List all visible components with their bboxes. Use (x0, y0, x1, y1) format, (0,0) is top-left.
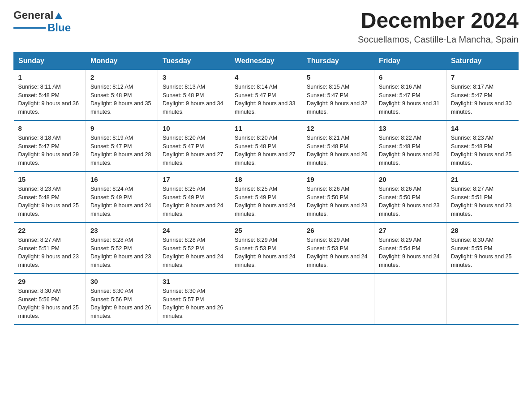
day-number: 29 (18, 278, 82, 285)
calendar-day-cell: 27 Sunrise: 8:29 AM Sunset: 5:54 PM Dayl… (374, 223, 446, 274)
day-info: Sunrise: 8:28 AM Sunset: 5:52 PM Dayligh… (163, 236, 225, 270)
weekday-header-row: Sunday Monday Tuesday Wednesday Thursday… (14, 52, 519, 69)
day-info: Sunrise: 8:22 AM Sunset: 5:48 PM Dayligh… (379, 134, 442, 167)
svg-marker-0 (55, 13, 62, 19)
calendar-day-cell: 15 Sunrise: 8:23 AM Sunset: 5:48 PM Dayl… (14, 171, 86, 223)
calendar-day-cell: 1 Sunrise: 8:11 AM Sunset: 5:48 PM Dayli… (14, 69, 86, 120)
day-number: 14 (451, 124, 514, 132)
calendar-day-cell (374, 274, 446, 325)
day-info: Sunrise: 8:30 AM Sunset: 5:56 PM Dayligh… (18, 287, 82, 321)
day-info: Sunrise: 8:17 AM Sunset: 5:47 PM Dayligh… (451, 83, 514, 116)
day-number: 20 (379, 176, 442, 183)
calendar-day-cell (446, 274, 519, 325)
day-info: Sunrise: 8:27 AM Sunset: 5:51 PM Dayligh… (451, 185, 514, 218)
day-number: 30 (90, 278, 153, 285)
calendar-day-cell: 28 Sunrise: 8:30 AM Sunset: 5:55 PM Dayl… (446, 223, 519, 274)
day-number: 9 (90, 124, 153, 132)
calendar-day-cell: 9 Sunrise: 8:19 AM Sunset: 5:47 PM Dayli… (86, 120, 158, 171)
day-number: 1 (18, 73, 82, 81)
calendar-day-cell: 21 Sunrise: 8:27 AM Sunset: 5:51 PM Dayl… (446, 171, 519, 223)
calendar-day-cell: 23 Sunrise: 8:28 AM Sunset: 5:52 PM Dayl… (86, 223, 158, 274)
day-number: 8 (18, 124, 82, 132)
calendar-day-cell (302, 274, 374, 325)
day-info: Sunrise: 8:29 AM Sunset: 5:53 PM Dayligh… (235, 236, 297, 270)
calendar-week-row: 1 Sunrise: 8:11 AM Sunset: 5:48 PM Dayli… (14, 69, 519, 120)
day-number: 19 (307, 176, 369, 183)
calendar-day-cell: 14 Sunrise: 8:23 AM Sunset: 5:48 PM Dayl… (446, 120, 519, 171)
header-monday: Monday (86, 52, 158, 69)
day-info: Sunrise: 8:30 AM Sunset: 5:56 PM Dayligh… (90, 287, 153, 321)
day-number: 16 (90, 176, 153, 183)
day-number: 7 (451, 73, 514, 81)
day-info: Sunrise: 8:14 AM Sunset: 5:47 PM Dayligh… (235, 83, 297, 116)
day-info: Sunrise: 8:25 AM Sunset: 5:49 PM Dayligh… (235, 185, 297, 218)
day-number: 25 (235, 227, 297, 234)
calendar-day-cell: 4 Sunrise: 8:14 AM Sunset: 5:47 PM Dayli… (230, 69, 302, 120)
day-info: Sunrise: 8:30 AM Sunset: 5:57 PM Dayligh… (163, 287, 225, 321)
logo-blue-text: Blue (47, 21, 71, 34)
calendar-day-cell: 26 Sunrise: 8:29 AM Sunset: 5:53 PM Dayl… (302, 223, 374, 274)
day-info: Sunrise: 8:23 AM Sunset: 5:48 PM Dayligh… (18, 185, 82, 218)
calendar-day-cell: 29 Sunrise: 8:30 AM Sunset: 5:56 PM Dayl… (14, 274, 86, 325)
calendar-day-cell: 11 Sunrise: 8:20 AM Sunset: 5:48 PM Dayl… (230, 120, 302, 171)
calendar-day-cell (230, 274, 302, 325)
day-info: Sunrise: 8:23 AM Sunset: 5:48 PM Dayligh… (451, 134, 514, 167)
header-wednesday: Wednesday (230, 52, 302, 69)
day-info: Sunrise: 8:19 AM Sunset: 5:47 PM Dayligh… (90, 134, 153, 167)
calendar-table: Sunday Monday Tuesday Wednesday Thursday… (13, 52, 519, 325)
day-info: Sunrise: 8:12 AM Sunset: 5:48 PM Dayligh… (90, 83, 153, 116)
day-number: 13 (379, 124, 442, 132)
header-friday: Friday (374, 52, 446, 69)
header-thursday: Thursday (302, 52, 374, 69)
calendar-day-cell: 24 Sunrise: 8:28 AM Sunset: 5:52 PM Dayl… (158, 223, 230, 274)
header-sunday: Sunday (14, 52, 86, 69)
calendar-week-row: 15 Sunrise: 8:23 AM Sunset: 5:48 PM Dayl… (14, 171, 519, 223)
calendar-day-cell: 7 Sunrise: 8:17 AM Sunset: 5:47 PM Dayli… (446, 69, 519, 120)
logo-general-text: General (13, 9, 53, 21)
day-number: 18 (235, 176, 297, 183)
calendar-day-cell: 10 Sunrise: 8:20 AM Sunset: 5:47 PM Dayl… (158, 120, 230, 171)
day-number: 27 (379, 227, 442, 234)
day-number: 15 (18, 176, 82, 183)
calendar-day-cell: 17 Sunrise: 8:25 AM Sunset: 5:49 PM Dayl… (158, 171, 230, 223)
day-number: 4 (235, 73, 297, 81)
day-number: 31 (163, 278, 225, 285)
day-number: 10 (163, 124, 225, 132)
month-title: December 2024 (358, 9, 519, 33)
day-number: 22 (18, 227, 82, 234)
calendar-day-cell: 18 Sunrise: 8:25 AM Sunset: 5:49 PM Dayl… (230, 171, 302, 223)
calendar-day-cell: 22 Sunrise: 8:27 AM Sunset: 5:51 PM Dayl… (14, 223, 86, 274)
day-number: 26 (307, 227, 369, 234)
logo-triangle-icon (55, 12, 63, 20)
logo: General Blue (13, 9, 71, 34)
day-number: 23 (90, 227, 153, 234)
header-saturday: Saturday (446, 52, 519, 69)
day-info: Sunrise: 8:13 AM Sunset: 5:48 PM Dayligh… (163, 83, 225, 116)
calendar-week-row: 22 Sunrise: 8:27 AM Sunset: 5:51 PM Dayl… (14, 223, 519, 274)
calendar-day-cell: 5 Sunrise: 8:15 AM Sunset: 5:47 PM Dayli… (302, 69, 374, 120)
day-info: Sunrise: 8:27 AM Sunset: 5:51 PM Dayligh… (18, 236, 82, 270)
page-header: General Blue December 2024 Socuellamos, … (13, 9, 519, 45)
calendar-day-cell: 19 Sunrise: 8:26 AM Sunset: 5:50 PM Dayl… (302, 171, 374, 223)
calendar-day-cell: 20 Sunrise: 8:26 AM Sunset: 5:50 PM Dayl… (374, 171, 446, 223)
day-number: 28 (451, 227, 514, 234)
calendar-week-row: 29 Sunrise: 8:30 AM Sunset: 5:56 PM Dayl… (14, 274, 519, 325)
day-number: 17 (163, 176, 225, 183)
calendar-day-cell: 13 Sunrise: 8:22 AM Sunset: 5:48 PM Dayl… (374, 120, 446, 171)
calendar-week-row: 8 Sunrise: 8:18 AM Sunset: 5:47 PM Dayli… (14, 120, 519, 171)
day-info: Sunrise: 8:20 AM Sunset: 5:47 PM Dayligh… (163, 134, 225, 167)
day-info: Sunrise: 8:26 AM Sunset: 5:50 PM Dayligh… (379, 185, 442, 218)
calendar-day-cell: 16 Sunrise: 8:24 AM Sunset: 5:49 PM Dayl… (86, 171, 158, 223)
day-number: 3 (163, 73, 225, 81)
day-number: 12 (307, 124, 369, 132)
calendar-day-cell: 8 Sunrise: 8:18 AM Sunset: 5:47 PM Dayli… (14, 120, 86, 171)
day-number: 2 (90, 73, 153, 81)
calendar-day-cell: 2 Sunrise: 8:12 AM Sunset: 5:48 PM Dayli… (86, 69, 158, 120)
calendar-day-cell: 25 Sunrise: 8:29 AM Sunset: 5:53 PM Dayl… (230, 223, 302, 274)
day-info: Sunrise: 8:28 AM Sunset: 5:52 PM Dayligh… (90, 236, 153, 270)
day-info: Sunrise: 8:15 AM Sunset: 5:47 PM Dayligh… (307, 83, 369, 116)
day-number: 6 (379, 73, 442, 81)
day-info: Sunrise: 8:16 AM Sunset: 5:47 PM Dayligh… (379, 83, 442, 116)
day-info: Sunrise: 8:18 AM Sunset: 5:47 PM Dayligh… (18, 134, 82, 167)
day-number: 5 (307, 73, 369, 81)
